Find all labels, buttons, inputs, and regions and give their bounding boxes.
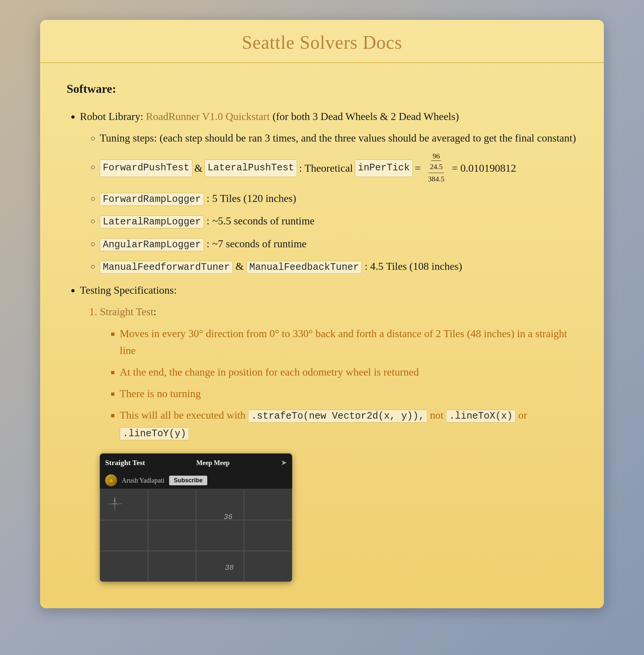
forward-ramp-suffix: : 5 Tiles (120 inches)	[207, 192, 296, 204]
share-icon[interactable]: ➤	[281, 457, 287, 468]
list-item-testing: Testing Specifications: Straight Test: M…	[80, 282, 577, 582]
lateral-ramp-item: LateralRampLogger : ~5.5 seconds of runt…	[100, 212, 577, 230]
meepmeep-label: Meep Meep	[196, 458, 230, 468]
bullet-1: Moves in every 30° direction from 0° to …	[120, 325, 577, 359]
svg-marker-4	[114, 506, 116, 511]
linetoy-code: .lineToY(y)	[120, 427, 189, 440]
inpertick-code: inPerTick	[355, 160, 413, 177]
lateral-ramp-suffix: : ~5.5 seconds of runtime	[207, 215, 315, 227]
top-list: Robot Library: RoadRunner V1.0 Quickstar…	[67, 108, 577, 582]
video-grid	[100, 489, 292, 582]
grid-label-38: 38	[225, 562, 234, 574]
grid-cell-3	[196, 489, 244, 520]
bullet-2-text: At the end, the change in position for e…	[120, 366, 419, 378]
bullet-3-text: There is no turning	[120, 388, 201, 399]
outer-fraction: 96 24.5 384.5	[426, 152, 447, 185]
video-thumbnail: 36 38	[100, 489, 292, 582]
doc-body: Software: Robot Library: RoadRunner V1.0…	[40, 63, 604, 582]
svg-marker-6	[117, 503, 121, 505]
channel-avatar	[105, 474, 117, 486]
angular-ramp-code: AngularRampLogger	[100, 238, 204, 251]
forward-ramp-item: ForwardRampLogger : 5 Tiles (120 inches)	[100, 190, 577, 207]
amp-1: &	[194, 160, 203, 177]
tuning-sub-list: Tuning steps: (each step should be ran 3…	[80, 130, 577, 276]
linetox-code: .lineToX(x)	[446, 410, 515, 423]
bullet-3: There is no turning	[120, 385, 577, 402]
manual-feedforward-code: ManualFeedforwardTuner	[100, 261, 233, 274]
lateral-ramp-code: LateralRampLogger	[100, 215, 204, 228]
bullet-1-text: Moves in every 30° direction from 0° to …	[120, 327, 567, 356]
straight-test-link[interactable]: Straight Test	[100, 306, 154, 318]
strafeto-code: .strafeTo(new Vector2d(x, y)),	[248, 410, 427, 423]
video-top-bar: Straight Test Meep Meep ➤	[100, 453, 292, 472]
fraction-wrapper: 96 24.5 384.5	[424, 152, 449, 185]
grid-cell-12	[244, 551, 292, 582]
amp-2: &	[235, 260, 246, 272]
straight-test-bullets: Moves in every 30° direction from 0° to …	[100, 325, 577, 442]
forward-push-test-code: ForwardPushTest	[100, 160, 192, 177]
video-title: Straight Test	[105, 457, 145, 468]
manual-feedback-code: ManualFeedbackTuner	[246, 261, 362, 274]
equals-sign: =	[415, 160, 421, 177]
grid-cell-11	[196, 551, 244, 582]
grid-cell-9	[100, 551, 148, 582]
video-embed: Straight Test Meep Meep ➤ Aru	[100, 453, 292, 582]
math-line: ForwardPushTest & LateralPushTest : Theo…	[100, 152, 577, 185]
grid-cell-4	[244, 489, 292, 520]
not-text: not	[430, 409, 446, 421]
robot-library-suffix: (for both 3 Dead Wheels & 2 Dead Wheels)	[273, 110, 459, 122]
channel-name: Arush Yadlapati	[122, 475, 164, 486]
angular-ramp-suffix: : ~7 seconds of runtime	[207, 238, 307, 250]
svg-marker-5	[108, 503, 112, 505]
grid-cell-8	[244, 520, 292, 551]
bullet-4-text: This will all be executed with	[120, 409, 248, 421]
grid-cell-10	[148, 551, 196, 582]
tuning-steps-text: Tuning steps: (each step should be ran 3…	[100, 132, 576, 144]
grid-cell-5	[100, 520, 148, 551]
list-item-robot-library: Robot Library: RoadRunner V1.0 Quickstar…	[80, 108, 577, 276]
or-text: or	[518, 409, 527, 421]
inner-den: 384.5	[427, 173, 446, 185]
lateral-push-test-code: LateralPushTest	[205, 160, 297, 177]
title-bar: Seattle Solvers Docs	[40, 20, 604, 63]
roadrunner-link[interactable]: RoadRunner V1.0 Quickstart	[146, 110, 270, 122]
svg-marker-3	[114, 497, 116, 501]
fraction-top: 96	[431, 152, 441, 161]
result-text: = 0.010190812	[452, 160, 516, 177]
inner-fraction: 24.5 384.5	[427, 161, 446, 184]
tuning-steps-item: Tuning steps: (each step should be ran 3…	[100, 130, 577, 146]
testing-ordered-list: Straight Test: Moves in every 30° direct…	[80, 303, 577, 582]
testing-label: Testing Specifications:	[80, 284, 177, 296]
video-info-bar: Arush Yadlapati Subscribe	[100, 472, 292, 489]
theoretical-text: : Theoretical	[299, 160, 353, 177]
avatar-icon	[108, 477, 115, 484]
robot-library-label: Robot Library:	[80, 110, 146, 122]
grid-label-36: 36	[224, 512, 232, 523]
math-item: ForwardPushTest & LateralPushTest : Theo…	[100, 152, 577, 185]
grid-cell-2	[148, 489, 196, 520]
straight-test-item: Straight Test: Moves in every 30° direct…	[100, 303, 577, 582]
doc-title: Seattle Solvers Docs	[60, 32, 584, 53]
compass-icon	[107, 495, 123, 512]
svg-marker-0	[108, 477, 114, 483]
bullet-2: At the end, the change in position for e…	[120, 364, 577, 380]
software-heading: Software:	[67, 79, 577, 99]
manual-tuner-item: ManualFeedforwardTuner & ManualFeedbackT…	[100, 258, 577, 275]
grid-cell-6	[148, 520, 196, 551]
forward-ramp-code: ForwardRampLogger	[100, 193, 204, 206]
inner-num: 24.5	[429, 161, 444, 173]
straight-test-colon: :	[154, 306, 157, 318]
document-card: Seattle Solvers Docs Software: Robot Lib…	[40, 20, 604, 608]
grid-cell-7	[196, 520, 244, 551]
angular-ramp-item: AngularRampLogger : ~7 seconds of runtim…	[100, 235, 577, 253]
bullet-4: This will all be executed with .strafeTo…	[120, 407, 577, 442]
manual-suffix: : 4.5 Tiles (108 inches)	[364, 260, 462, 272]
subscribe-button[interactable]: Subscribe	[169, 476, 207, 485]
